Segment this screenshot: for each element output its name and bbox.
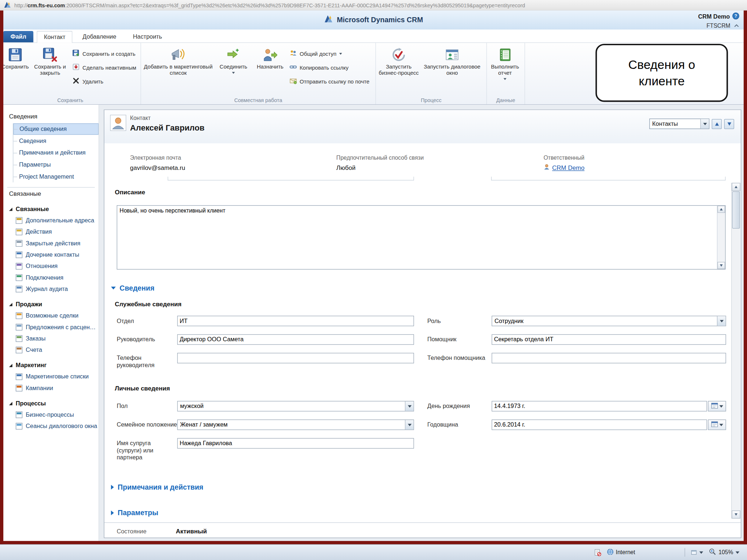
sidebar-group-processes[interactable]: Процессы: [7, 394, 99, 409]
arrow-up-icon: [715, 122, 719, 125]
view-options-button[interactable]: [691, 549, 703, 556]
tab-customize[interactable]: Настроить: [126, 31, 169, 42]
globe-icon: [607, 548, 613, 556]
run-report-button[interactable]: Выполнить отчет: [488, 45, 522, 82]
assistant-phone-input[interactable]: [492, 353, 726, 363]
scroll-up-button[interactable]: [732, 183, 740, 191]
sidebar-item-audit-history[interactable]: Журнал аудита: [7, 283, 99, 295]
tab-contact[interactable]: Контакт: [37, 31, 73, 43]
professional-info-header: Служебные сведения: [115, 300, 731, 308]
record-summary: Электронная почта gavrilov@sameta.ru Пре…: [104, 143, 741, 172]
security-zone-indicator[interactable]: Internet: [607, 548, 635, 556]
entity-view-dropdown-button[interactable]: [700, 119, 709, 129]
share-button[interactable]: Общий доступ: [290, 50, 369, 58]
assistant-input[interactable]: [492, 334, 726, 345]
frame-border-left: [0, 11, 3, 544]
email-link-button[interactable]: Отправить ссылку по почте: [290, 77, 369, 85]
sidebar-item-campaigns[interactable]: Кампании: [7, 382, 99, 394]
assign-button[interactable]: Назначить: [252, 45, 288, 73]
marital-status-label: Семейное положение: [117, 420, 177, 429]
tab-add[interactable]: Добавление: [76, 31, 123, 42]
assign-label: Назначить: [257, 64, 283, 70]
chevron-down-icon: [703, 122, 707, 125]
gender-dropdown-button[interactable]: [405, 401, 414, 411]
section-details-header[interactable]: Сведения: [111, 284, 731, 292]
chevron-up-icon[interactable]: [734, 22, 739, 29]
sidebar-item-invoices[interactable]: Счета: [7, 344, 99, 355]
marital-status-select[interactable]: Женат / замужем: [177, 420, 414, 430]
section-preferences-header[interactable]: Параметры: [111, 509, 731, 517]
copy-link-button[interactable]: Копировать ссылку: [290, 63, 369, 71]
spouse-label: Имя супруга (супруги) или партнера: [117, 438, 177, 462]
sidebar-group-sales[interactable]: Продажи: [7, 295, 99, 310]
sidebar-item-marketing-lists[interactable]: Маркетинговые списки: [7, 371, 99, 382]
connect-button[interactable]: Соединить: [214, 45, 252, 76]
sidebar-item-relationships[interactable]: Отношения: [7, 260, 99, 272]
current-user: CRM Demo: [698, 13, 730, 20]
department-input[interactable]: [177, 316, 414, 326]
sidebar-item-addresses[interactable]: Дополнительные адреса: [7, 215, 99, 226]
sidebar-group-related[interactable]: Связанные: [7, 199, 99, 215]
record-status-row: Состояние Активный: [104, 522, 741, 535]
sidebar-item-details[interactable]: Сведения: [13, 135, 99, 147]
anniversary-calendar-button[interactable]: [708, 420, 726, 430]
browser-address-bar[interactable]: http://crm.fts-eu.com:20080/FTSCRM/main.…: [0, 0, 747, 11]
sidebar-group-related-label: Связанные: [16, 206, 49, 212]
sidebar-item-closed-activities[interactable]: Закрытые действия: [7, 238, 99, 249]
chevron-down-icon: [719, 424, 723, 426]
ribbon-group-process: Запустить бизнес-процесс Запустить диало…: [376, 43, 487, 104]
form-vertical-scrollbar[interactable]: [731, 183, 740, 519]
sidebar-item-opportunities[interactable]: Возможные сделки: [7, 310, 99, 321]
marital-status-dropdown-button[interactable]: [405, 420, 414, 429]
save-button[interactable]: Сохранить: [1, 45, 30, 73]
scroll-down-button[interactable]: [717, 262, 725, 269]
birthday-input[interactable]: [492, 401, 707, 412]
deactivate-button[interactable]: Сделать неактивным: [73, 63, 136, 71]
run-workflow-button[interactable]: Запустить бизнес-процесс: [377, 45, 421, 79]
role-select[interactable]: Сотрудник: [492, 316, 726, 326]
spouse-input[interactable]: [177, 438, 414, 449]
sidebar-item-dialog-sessions[interactable]: Сеансы диалогового окна: [7, 420, 99, 432]
tab-file[interactable]: Файл: [3, 31, 34, 42]
run-report-label: Выполнить отчет: [489, 64, 521, 76]
sidebar-item-activities[interactable]: Действия: [7, 226, 99, 237]
sidebar-item-workflows[interactable]: Бизнес-процессы: [7, 409, 99, 420]
entity-view-select[interactable]: Контакты: [649, 118, 709, 129]
add-to-marketing-list-button[interactable]: Добавить в маркетинговый список: [142, 45, 214, 79]
sidebar-group-marketing[interactable]: Маркетинг: [7, 356, 99, 371]
anniversary-input[interactable]: [492, 420, 707, 430]
manager-input[interactable]: [177, 334, 414, 345]
owner-link[interactable]: CRM Demo: [552, 164, 585, 171]
section-notes-header[interactable]: Примечания и действия: [111, 483, 731, 491]
save-new-button[interactable]: Сохранить и создать: [73, 50, 136, 58]
sidebar-item-quotes[interactable]: Предложения с расцен…: [7, 322, 99, 333]
manager-phone-input[interactable]: [177, 353, 414, 363]
next-record-button[interactable]: [724, 119, 734, 129]
birthday-calendar-button[interactable]: [708, 401, 726, 412]
invoices-icon: [16, 347, 22, 353]
sidebar-item-orders[interactable]: Заказы: [7, 333, 99, 344]
sidebar-item-preferences[interactable]: Параметры: [13, 159, 99, 170]
role-dropdown-button[interactable]: [717, 316, 726, 326]
entity-view-value: Контакты: [650, 119, 700, 129]
organization-name: FTSCRM: [707, 22, 730, 29]
scroll-down-button[interactable]: [732, 510, 740, 518]
sidebar-item-child-contacts[interactable]: Дочерние контакты: [7, 249, 99, 260]
scrollbar-thumb[interactable]: [732, 191, 740, 229]
description-textarea[interactable]: Новый, но очень перспективный клиент: [117, 205, 725, 269]
run-dialog-button[interactable]: Запустить диалоговое окно: [421, 45, 483, 79]
scroll-up-button[interactable]: [717, 206, 725, 213]
sidebar-item-project-management[interactable]: Project Management: [13, 171, 99, 182]
sidebar-item-general[interactable]: Общие сведения: [13, 123, 99, 135]
sidebar-group-sales-label: Продажи: [16, 301, 42, 307]
textarea-scrollbar[interactable]: [717, 206, 725, 269]
help-icon[interactable]: ?: [732, 12, 740, 21]
sidebar-item-notes[interactable]: Примечания и действия: [13, 147, 99, 159]
delete-button[interactable]: Удалить: [73, 77, 136, 85]
zoom-control[interactable]: 105%: [709, 548, 739, 557]
previous-record-button[interactable]: [712, 119, 721, 129]
copy-link-label: Копировать ссылку: [300, 65, 349, 70]
save-close-button[interactable]: Сохранить и закрыть: [30, 45, 70, 79]
sidebar-item-connections[interactable]: Подключения: [7, 272, 99, 283]
gender-select[interactable]: мужской: [177, 401, 414, 412]
